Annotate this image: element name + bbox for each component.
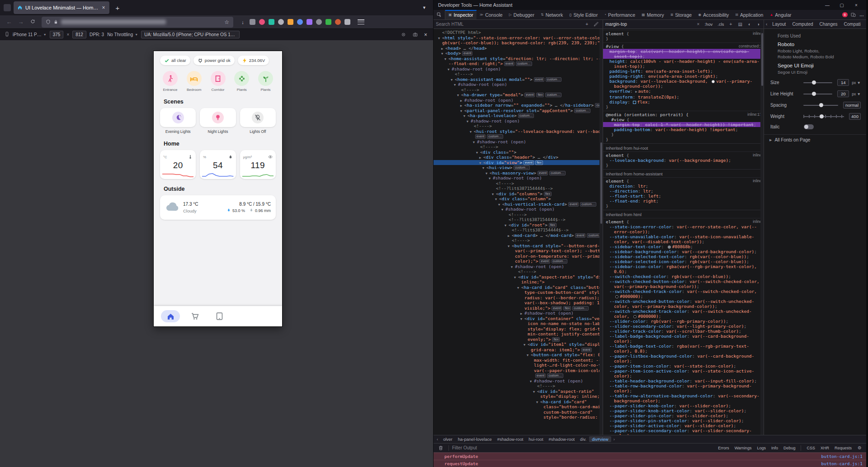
collapse-arrow-icon[interactable]: ▼: [514, 275, 518, 280]
touch-simulation-button[interactable]: [399, 32, 408, 37]
markup-node[interactable]: eventcustom…: [434, 373, 603, 378]
status-chip[interactable]: 234.06V: [238, 56, 269, 65]
css-declaration[interactable]: --table-header-background-color: var(--i…: [603, 378, 764, 383]
tab-console[interactable]: ≫Console: [476, 10, 506, 19]
extension-icon[interactable]: [326, 19, 331, 25]
node-badge[interactable]: flex: [535, 160, 543, 165]
node-badge[interactable]: event: [552, 306, 562, 311]
extension-icon[interactable]: [250, 19, 255, 25]
collapse-arrow-icon[interactable]: ▼: [527, 353, 531, 358]
css-declaration[interactable]: --paper-slider-secondary-color: var(--sl…: [603, 428, 764, 435]
room-button[interactable]: Corridor: [211, 71, 226, 92]
browser-tab[interactable]: UI Lovelace Minimalist — Hom… ×: [14, 1, 109, 14]
print-simulation-icon[interactable]: ▤: [736, 22, 744, 27]
all-fonts-toggle[interactable]: ▶ All Fonts on Page: [764, 134, 866, 145]
collapse-arrow-icon[interactable]: ▼: [473, 140, 477, 145]
tab-debugger[interactable]: ▷Debugger: [506, 10, 538, 19]
breadcrumb-item[interactable]: hui-root: [526, 436, 546, 442]
node-badge[interactable]: custom…: [580, 202, 596, 207]
sidebar-tabs-scroll-left-icon[interactable]: ‹: [764, 22, 769, 27]
markup-node[interactable]: min-content; justify-content: spa: [434, 331, 603, 337]
collapse-arrow-icon[interactable]: ▼: [438, 36, 442, 41]
markup-node[interactable]: ▼<ha-card id="card": [434, 399, 603, 405]
css-declaration[interactable]: --sidebar-text-color: #80868b;: [603, 244, 764, 249]
markup-node[interactable]: <!---->: [434, 87, 603, 93]
css-declaration[interactable]: --direction: ltr;: [603, 189, 764, 193]
markup-node[interactable]: ▼<hui-masonry-view>eventcustom…: [434, 170, 603, 176]
italic-toggle[interactable]: [804, 124, 814, 129]
node-badge[interactable]: event: [538, 171, 548, 175]
search-html-input[interactable]: [436, 22, 582, 27]
markup-node[interactable]: radius: var(--border-radius); box-s: [434, 295, 603, 301]
markup-node[interactable]: ▼<div id="container" class="vertic: [434, 316, 603, 321]
css-declaration[interactable]: --slider-color: rgb(var(--rgb-primary-co…: [603, 319, 764, 324]
markup-node[interactable]: ▼<div id="view">eventflex: [434, 160, 603, 165]
weather-card[interactable]: 17.3 °C 8.9 °C / 15.9 °C Cloudy 53.0 % 0…: [160, 195, 276, 220]
node-badge[interactable]: event: [581, 348, 592, 352]
add-node-button[interactable]: +: [584, 22, 590, 27]
node-badge[interactable]: custom…: [572, 306, 589, 311]
markup-node[interactable]: max-width: fit-content; --but: [434, 358, 603, 363]
node-badge[interactable]: custom…: [487, 134, 503, 139]
markup-node[interactable]: ▶#shadow-root (open): [434, 311, 603, 316]
markup-node[interactable]: <!---->: [434, 238, 603, 243]
markup-node[interactable]: type-custom-button-card" style="bor: [434, 290, 603, 295]
tab-network[interactable]: ⇅Network: [538, 10, 566, 19]
weight-slider[interactable]: [803, 115, 844, 118]
reload-button[interactable]: [27, 19, 38, 25]
sensor-card[interactable]: µg/m³119: [240, 150, 276, 179]
console-filter-logs[interactable]: Logs: [755, 445, 768, 451]
rdm-close-button[interactable]: ×: [423, 32, 429, 38]
tab-close-icon[interactable]: ×: [101, 5, 106, 11]
expand-arrow-icon[interactable]: ▶: [460, 104, 464, 108]
markup-node[interactable]: ▼<div class="column">: [434, 196, 603, 202]
source-link[interactable]: constructed:1: [739, 44, 762, 49]
rules-scrollbar[interactable]: [760, 29, 764, 435]
collapse-arrow-icon[interactable]: ▼: [486, 171, 490, 176]
markup-node[interactable]: ▼<ha-card id="card" class="button-ca: [434, 285, 603, 290]
css-declaration[interactable]: --switch-unchecked-track-color: var(--sw…: [603, 309, 764, 319]
new-rule-button[interactable]: +: [728, 22, 734, 27]
markup-node[interactable]: class="button-card-main …: [434, 404, 603, 410]
node-badge[interactable]: event: [535, 373, 546, 378]
class-toggle-button[interactable]: .cls: [716, 22, 725, 27]
markup-node[interactable]: <!---->: [434, 71, 603, 77]
color-scheme-light-icon[interactable]: ◑: [755, 22, 761, 27]
markup-node[interactable]: <!---->: [434, 269, 603, 274]
node-badge[interactable]: event: [534, 77, 544, 82]
pick-element-button[interactable]: [434, 10, 445, 19]
extension-icon[interactable]: [278, 19, 284, 25]
node-badge[interactable]: event: [524, 93, 535, 97]
markup-node[interactable]: <!---->: [434, 144, 603, 150]
scene-card[interactable]: [160, 108, 196, 127]
markup-node[interactable]: ▼#shadow-root (open): [434, 139, 603, 145]
room-button[interactable]: Entrance: [163, 71, 178, 92]
collapse-arrow-icon[interactable]: ▼: [460, 109, 464, 113]
weight-value[interactable]: 400: [849, 113, 861, 120]
css-declaration[interactable]: --state-icon-error-color: var(--error-st…: [603, 224, 764, 234]
extension-icon[interactable]: [307, 19, 312, 25]
markup-node[interactable]: ▼<home-assistant-main modal="">eventcust…: [434, 77, 603, 82]
breadcrumb-item[interactable]: #shadow-root: [495, 436, 526, 442]
markup-node[interactable]: ▼<ha-drawer type="modal">eventflexcustom…: [434, 92, 603, 98]
nav-item-home[interactable]: [161, 310, 180, 322]
source-file-link[interactable]: button-card.js:1: [821, 461, 863, 466]
expand-arrow-icon[interactable]: ▶: [508, 234, 512, 238]
markup-node[interactable]: ▼#shadow-root (open): [434, 82, 603, 87]
collapse-arrow-icon[interactable]: ▼: [511, 265, 515, 269]
console-filter-debug[interactable]: Debug: [781, 445, 798, 451]
pseudo-class-button[interactable]: :hov: [703, 22, 714, 27]
throttling-selector[interactable]: No Throttling▼: [107, 32, 138, 37]
room-button[interactable]: Bedroom: [187, 71, 202, 92]
css-declaration[interactable]: transform: translateZ(0px);: [603, 94, 764, 99]
line-height-slider[interactable]: [803, 94, 832, 94]
markup-node[interactable]: <!---->: [434, 181, 603, 186]
size-slider[interactable]: [803, 82, 832, 83]
css-declaration[interactable]: --table-row-alternative-background-color…: [603, 393, 764, 403]
source-link[interactable]: inline:17: [747, 112, 762, 117]
clear-filter-icon[interactable]: ×: [696, 22, 701, 27]
sensor-card[interactable]: %54: [200, 150, 236, 179]
collapse-arrow-icon[interactable]: ▼: [451, 78, 455, 82]
tab-style-editor[interactable]: {}Style Editor: [566, 10, 601, 19]
node-badge[interactable]: custom…: [518, 113, 534, 118]
